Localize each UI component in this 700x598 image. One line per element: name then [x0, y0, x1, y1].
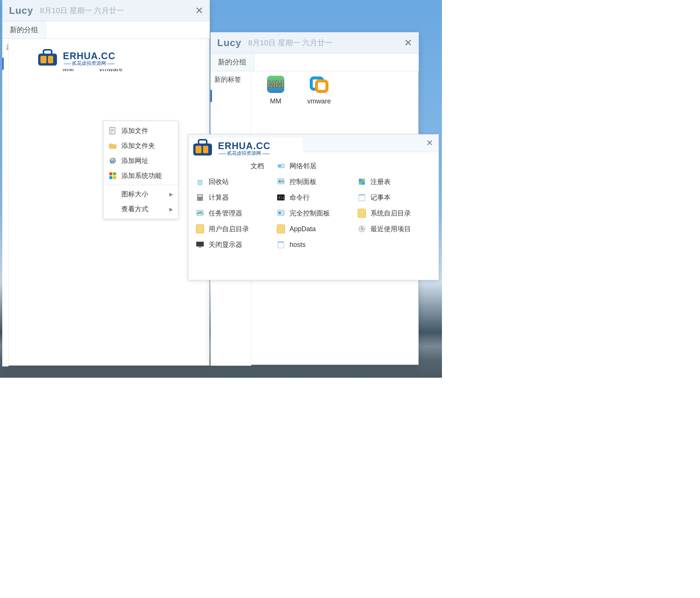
- watermark-logo: ERHUA.CC贰花虚拟资源网: [34, 48, 145, 69]
- svg-rect-3: [48, 56, 53, 63]
- svg-text:MM: MM: [267, 79, 284, 90]
- svg-rect-17: [198, 195, 202, 197]
- item-label: 网络邻居: [290, 161, 316, 170]
- svg-rect-33: [362, 179, 365, 182]
- menu-add-file[interactable]: 添加文件: [103, 123, 178, 138]
- menu-add-url[interactable]: 添加网址: [103, 153, 178, 168]
- item-task-manager[interactable]: 任务管理器: [192, 205, 273, 221]
- item-recent-items[interactable]: 最近使用项目: [354, 221, 435, 237]
- item-recycle-bin[interactable]: 回收站: [192, 174, 273, 190]
- item-label: 完全控制面板: [290, 209, 330, 218]
- svg-rect-25: [282, 180, 284, 182]
- item-label: 任务管理器: [209, 209, 242, 218]
- menu-separator: [103, 185, 178, 185]
- sidebar-item-new-tag[interactable]: 亲: [2, 39, 8, 55]
- svg-rect-9: [109, 176, 112, 179]
- notepad-icon: [277, 241, 285, 249]
- item-label: 最近使用项目: [370, 224, 411, 233]
- taskmgr-icon: [196, 209, 204, 217]
- item-label: AppData: [290, 225, 316, 233]
- menu-icon-size[interactable]: 图标大小 ▶: [103, 187, 178, 202]
- close-icon[interactable]: ✕: [424, 138, 435, 148]
- svg-rect-40: [199, 140, 207, 144]
- sidebar-item-new-tag[interactable]: 新的标签: [210, 71, 251, 88]
- item-system-startup[interactable]: 系统自启目录: [354, 205, 435, 221]
- svg-rect-30: [278, 242, 284, 248]
- chevron-right-icon: ▶: [169, 191, 173, 197]
- item-notepad[interactable]: 记事本: [354, 190, 435, 205]
- menu-label: 添加网址: [121, 156, 148, 165]
- windows-icon: [109, 172, 117, 180]
- menu-add-folder[interactable]: 添加文件夹: [103, 138, 178, 153]
- folder-icon: [277, 225, 285, 233]
- item-user-startup[interactable]: 用户自启目录: [192, 221, 273, 237]
- svg-rect-18: [197, 210, 203, 215]
- svg-point-24: [279, 180, 281, 182]
- menu-label: 查看方式: [121, 205, 148, 214]
- item-network-neighborhood[interactable]: 网络邻居: [273, 158, 354, 174]
- item-label: 注册表: [370, 177, 391, 186]
- close-icon[interactable]: ✕: [403, 37, 413, 48]
- svg-point-29: [279, 212, 281, 214]
- menu-add-system[interactable]: 添加系统功能: [103, 168, 178, 183]
- recent-icon: [358, 225, 366, 233]
- item-hosts[interactable]: hosts: [273, 237, 354, 253]
- item-label: 关闭显示器: [209, 240, 242, 249]
- logo-brand: ERHUA.CC: [63, 51, 115, 61]
- svg-rect-32: [359, 179, 362, 182]
- tab-new-group[interactable]: 新的分组: [2, 21, 46, 39]
- logo-tag: 贰花虚拟资源网: [63, 61, 115, 66]
- network-icon: [277, 162, 285, 170]
- control-panel-icon: [277, 209, 285, 217]
- item-turn-off-display[interactable]: 关闭显示器: [192, 237, 273, 253]
- sidebar-item-selected[interactable]: [210, 88, 251, 104]
- item-label: 控制面板: [290, 177, 316, 186]
- app-title: Lucy: [217, 37, 242, 49]
- titlebar[interactable]: Lucy 8月10日 星期一 六月廿一 ✕: [210, 32, 419, 54]
- svg-rect-42: [203, 146, 208, 153]
- mm-icon: MM: [263, 73, 288, 96]
- item-appdata[interactable]: AppData: [273, 221, 354, 237]
- notepad-icon: [358, 193, 366, 202]
- item-label: 用户自启目录: [209, 224, 249, 233]
- item-calculator[interactable]: 计算器: [192, 190, 273, 205]
- svg-rect-1: [43, 50, 52, 54]
- svg-rect-19: [196, 242, 204, 247]
- panel-col-1: 文档 回收站 计算器 任务管理器 用户自启目录 关闭显示器: [192, 158, 273, 253]
- date-text: 8月10日 星期一 六月廿一: [40, 6, 194, 16]
- panel-col-3: x 注册表 记事本 系统自启目录 最近使用项目: [354, 158, 435, 253]
- shortcut-vmware[interactable]: vmware: [299, 73, 340, 105]
- titlebar[interactable]: Lucy 8月10日 星期一 六月廿一 ✕: [2, 0, 210, 21]
- logo-brand: ERHUA.CC: [218, 141, 270, 151]
- svg-rect-8: [113, 172, 116, 175]
- svg-rect-37: [359, 194, 365, 196]
- shortcut-mm[interactable]: MM MM: [255, 73, 296, 105]
- folder-icon: [196, 225, 204, 233]
- menu-view-mode[interactable]: 查看方式 ▶: [103, 202, 178, 217]
- folder-icon: [109, 142, 117, 150]
- tab-new-group[interactable]: 新的分组: [210, 54, 254, 71]
- shortcut-label: vmware: [299, 97, 340, 105]
- ie-icon: [109, 157, 117, 165]
- sidebar-item-selected[interactable]: [2, 55, 8, 72]
- svg-rect-31: [278, 241, 284, 243]
- vmware-icon: [307, 73, 331, 96]
- app-title: Lucy: [9, 5, 33, 16]
- item-cmd[interactable]: C:\命令行: [273, 190, 354, 205]
- menu-label: 添加系统功能: [121, 171, 162, 180]
- watermark-logo: ERHUA.CC贰花虚拟资源网: [190, 138, 303, 159]
- close-icon[interactable]: ✕: [194, 5, 204, 16]
- item-label: 文档: [251, 161, 264, 170]
- item-control-panel[interactable]: 控制面板: [273, 174, 354, 190]
- tab-bar: 新的分组: [2, 21, 210, 39]
- item-documents[interactable]: 文档: [192, 158, 273, 174]
- svg-rect-35: [362, 182, 365, 185]
- control-panel-icon: [277, 178, 285, 186]
- item-full-control-panel[interactable]: 完全控制面板: [273, 205, 354, 221]
- menu-label: 添加文件: [121, 126, 148, 135]
- calculator-icon: [196, 193, 204, 202]
- item-registry[interactable]: 注册表: [354, 174, 435, 190]
- logo-tag: 贰花虚拟资源网: [218, 151, 270, 155]
- registry-icon: [358, 178, 366, 186]
- svg-rect-41: [196, 146, 201, 153]
